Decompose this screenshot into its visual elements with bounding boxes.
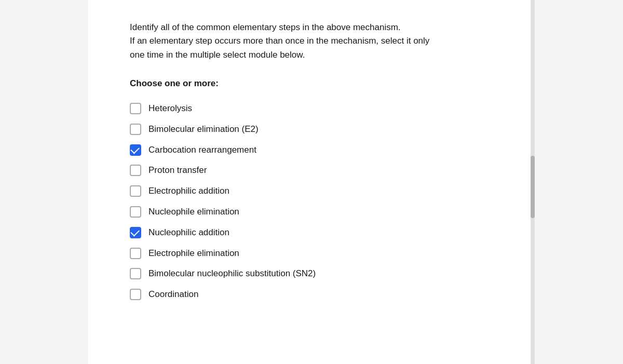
label-carbocation-rearrangement: Carbocation rearrangement: [148, 144, 256, 156]
option-item-bimolecular-elimination[interactable]: Bimolecular elimination (E2): [130, 119, 493, 140]
checkbox-bimolecular-elimination[interactable]: [130, 124, 141, 135]
scrollbar[interactable]: [531, 0, 535, 364]
checkbox-proton-transfer[interactable]: [130, 165, 141, 176]
instructions-text: Identify all of the common elementary st…: [130, 21, 493, 62]
choose-label: Choose one or more:: [130, 78, 493, 89]
option-item-nucleophilic-addition[interactable]: Nucleophilic addition: [130, 222, 493, 243]
label-nucleophilic-addition: Nucleophilic addition: [148, 226, 229, 239]
label-heterolysis: Heterolysis: [148, 102, 192, 115]
checkbox-nucleophile-elimination[interactable]: [130, 206, 141, 218]
checkbox-nucleophilic-addition[interactable]: [130, 227, 141, 238]
option-item-proton-transfer[interactable]: Proton transfer: [130, 160, 493, 181]
checkbox-bimolecular-nucleophilic[interactable]: [130, 268, 141, 279]
label-nucleophile-elimination: Nucleophile elimination: [148, 206, 239, 218]
option-item-electrophile-elimination[interactable]: Electrophile elimination: [130, 243, 493, 264]
label-coordination: Coordination: [148, 288, 198, 301]
option-item-coordination[interactable]: Coordination: [130, 284, 493, 305]
checkbox-coordination[interactable]: [130, 289, 141, 300]
option-item-nucleophile-elimination[interactable]: Nucleophile elimination: [130, 201, 493, 222]
option-item-bimolecular-nucleophilic[interactable]: Bimolecular nucleophilic substitution (S…: [130, 263, 493, 284]
option-item-carbocation-rearrangement[interactable]: Carbocation rearrangement: [130, 140, 493, 160]
label-proton-transfer: Proton transfer: [148, 164, 207, 177]
label-bimolecular-elimination: Bimolecular elimination (E2): [148, 123, 259, 136]
option-item-electrophilic-addition[interactable]: Electrophilic addition: [130, 181, 493, 201]
scrollbar-thumb[interactable]: [531, 156, 535, 218]
checkbox-heterolysis[interactable]: [130, 103, 141, 114]
options-list: HeterolysisBimolecular elimination (E2)C…: [130, 98, 493, 305]
checkbox-electrophile-elimination[interactable]: [130, 248, 141, 259]
option-item-heterolysis[interactable]: Heterolysis: [130, 98, 493, 119]
label-electrophile-elimination: Electrophile elimination: [148, 247, 239, 260]
checkbox-carbocation-rearrangement[interactable]: [130, 144, 141, 156]
checkbox-electrophilic-addition[interactable]: [130, 185, 141, 197]
label-electrophilic-addition: Electrophilic addition: [148, 185, 229, 197]
main-content: Identify all of the common elementary st…: [88, 0, 535, 364]
label-bimolecular-nucleophilic: Bimolecular nucleophilic substitution (S…: [148, 267, 316, 280]
